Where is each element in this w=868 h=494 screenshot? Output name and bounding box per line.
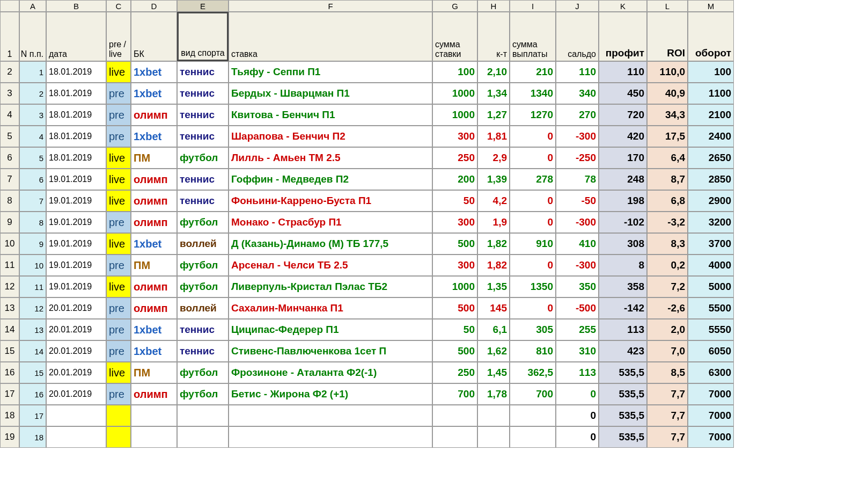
cell-sport[interactable]: футбол bbox=[177, 362, 229, 383]
cell-pay[interactable]: 1350 bbox=[510, 276, 556, 297]
row-header-3[interactable]: 3 bbox=[0, 83, 19, 104]
cell-sum[interactable]: 50 bbox=[432, 190, 477, 212]
cell-turn[interactable]: 5000 bbox=[688, 276, 734, 297]
cell-n[interactable]: 14 bbox=[19, 340, 46, 362]
cell-mode[interactable]: pre bbox=[106, 212, 131, 233]
cell-date[interactable]: 18.01.2019 bbox=[46, 61, 106, 83]
cell-roi[interactable]: 7,7 bbox=[647, 405, 688, 426]
cell-sport[interactable]: теннис bbox=[177, 61, 229, 83]
cell-n[interactable]: 13 bbox=[19, 319, 46, 340]
cell-empty[interactable] bbox=[510, 426, 556, 448]
cell-bet[interactable]: Ливерпуль-Кристал Пэлас ТБ2 bbox=[229, 276, 432, 297]
cell-profit[interactable]: -142 bbox=[599, 297, 647, 319]
cell-pay[interactable]: 278 bbox=[510, 169, 556, 190]
cell-saldo[interactable]: -300 bbox=[556, 126, 599, 147]
header-F[interactable]: ставка bbox=[229, 12, 432, 61]
cell-bk[interactable]: олимп bbox=[131, 276, 177, 297]
cell-saldo[interactable]: -300 bbox=[556, 255, 599, 276]
cell-roi[interactable]: 7,7 bbox=[647, 426, 688, 448]
cell-saldo[interactable]: -500 bbox=[556, 297, 599, 319]
cell-bet[interactable]: Лилль - Амьен ТМ 2.5 bbox=[229, 147, 432, 169]
cell-roi[interactable]: 8,7 bbox=[647, 169, 688, 190]
cell-kt[interactable]: 6,1 bbox=[477, 319, 510, 340]
cell-pay[interactable]: 910 bbox=[510, 233, 556, 255]
cell-kt[interactable]: 1,62 bbox=[477, 340, 510, 362]
column-header-B[interactable]: B bbox=[46, 0, 106, 12]
cell-bet[interactable]: Тьяфу - Сеппи П1 bbox=[229, 61, 432, 83]
cell-turn[interactable]: 5500 bbox=[688, 297, 734, 319]
cell-date[interactable]: 20.01.2019 bbox=[46, 340, 106, 362]
cell-sport[interactable]: теннис bbox=[177, 104, 229, 126]
cell-sport[interactable]: теннис bbox=[177, 190, 229, 212]
cell-pay[interactable]: 210 bbox=[510, 61, 556, 83]
cell-saldo[interactable]: 255 bbox=[556, 319, 599, 340]
cell-bk[interactable]: ПМ bbox=[131, 362, 177, 383]
cell-kt[interactable]: 2,10 bbox=[477, 61, 510, 83]
cell-bet[interactable]: Квитова - Бенчич П1 bbox=[229, 104, 432, 126]
cell-empty[interactable] bbox=[177, 405, 229, 426]
cell-sum[interactable]: 1000 bbox=[432, 104, 477, 126]
cell-sport[interactable]: футбол bbox=[177, 276, 229, 297]
cell-empty[interactable] bbox=[46, 426, 106, 448]
header-C[interactable]: pre / live bbox=[106, 12, 131, 61]
cell-n[interactable]: 4 bbox=[19, 126, 46, 147]
cell-empty[interactable] bbox=[432, 426, 477, 448]
header-J[interactable]: сальдо bbox=[556, 12, 599, 61]
spreadsheet-grid[interactable]: ABCDEFGHIJKLM1N п.п.датаpre / liveБКвид … bbox=[0, 0, 868, 448]
row-header-4[interactable]: 4 bbox=[0, 104, 19, 126]
row-header-7[interactable]: 7 bbox=[0, 169, 19, 190]
cell-sport[interactable]: воллей bbox=[177, 233, 229, 255]
header-D[interactable]: БК bbox=[131, 12, 177, 61]
cell-bet[interactable]: Шарапова - Бенчич П2 bbox=[229, 126, 432, 147]
cell-sum[interactable]: 100 bbox=[432, 61, 477, 83]
cell-turn[interactable]: 5550 bbox=[688, 319, 734, 340]
cell-empty[interactable] bbox=[131, 426, 177, 448]
cell-date[interactable]: 19.01.2019 bbox=[46, 212, 106, 233]
cell-mode[interactable]: pre bbox=[106, 297, 131, 319]
cell-pay[interactable]: 0 bbox=[510, 212, 556, 233]
row-header-10[interactable]: 10 bbox=[0, 233, 19, 255]
cell-kt[interactable]: 1,27 bbox=[477, 104, 510, 126]
cell-bet[interactable]: Фрозиноне - Аталанта Ф2(-1) bbox=[229, 362, 432, 383]
cell-n[interactable]: 8 bbox=[19, 212, 46, 233]
cell-bk[interactable]: олимп bbox=[131, 169, 177, 190]
cell-mode[interactable]: pre bbox=[106, 83, 131, 104]
column-header-A[interactable]: A bbox=[19, 0, 46, 12]
cell-sum[interactable]: 1000 bbox=[432, 83, 477, 104]
cell-bet[interactable]: Д (Казань)-Динамо (М) ТБ 177,5 bbox=[229, 233, 432, 255]
corner-cell[interactable] bbox=[0, 0, 19, 12]
cell-date[interactable]: 19.01.2019 bbox=[46, 233, 106, 255]
cell-sum[interactable]: 250 bbox=[432, 147, 477, 169]
row-header-18[interactable]: 18 bbox=[0, 405, 19, 426]
cell-profit[interactable]: 308 bbox=[599, 233, 647, 255]
row-header-17[interactable]: 17 bbox=[0, 383, 19, 405]
cell-turn[interactable]: 100 bbox=[688, 61, 734, 83]
cell-saldo[interactable]: -250 bbox=[556, 147, 599, 169]
cell-roi[interactable]: -2,6 bbox=[647, 297, 688, 319]
column-header-K[interactable]: K bbox=[599, 0, 647, 12]
cell-date[interactable]: 19.01.2019 bbox=[46, 276, 106, 297]
cell-saldo[interactable]: 310 bbox=[556, 340, 599, 362]
cell-kt[interactable]: 1,81 bbox=[477, 126, 510, 147]
cell-turn[interactable]: 2400 bbox=[688, 126, 734, 147]
cell-saldo[interactable]: -300 bbox=[556, 212, 599, 233]
cell-kt[interactable]: 1,34 bbox=[477, 83, 510, 104]
cell-roi[interactable]: 7,7 bbox=[647, 383, 688, 405]
cell-profit[interactable]: 450 bbox=[599, 83, 647, 104]
cell-sum[interactable]: 200 bbox=[432, 169, 477, 190]
cell-saldo[interactable]: -50 bbox=[556, 190, 599, 212]
cell-saldo[interactable]: 0 bbox=[556, 383, 599, 405]
cell-mode[interactable]: pre bbox=[106, 319, 131, 340]
cell-kt[interactable]: 1,45 bbox=[477, 362, 510, 383]
row-header-16[interactable]: 16 bbox=[0, 362, 19, 383]
cell-turn[interactable]: 1100 bbox=[688, 83, 734, 104]
cell-sport[interactable]: теннис bbox=[177, 319, 229, 340]
cell-saldo[interactable]: 410 bbox=[556, 233, 599, 255]
column-header-I[interactable]: I bbox=[510, 0, 556, 12]
cell-sum[interactable]: 500 bbox=[432, 297, 477, 319]
cell-bet[interactable]: Арсенал - Челси ТБ 2.5 bbox=[229, 255, 432, 276]
cell-n[interactable]: 6 bbox=[19, 169, 46, 190]
cell-date[interactable]: 20.01.2019 bbox=[46, 383, 106, 405]
cell-pay[interactable]: 0 bbox=[510, 147, 556, 169]
cell-roi[interactable]: 8,3 bbox=[647, 233, 688, 255]
